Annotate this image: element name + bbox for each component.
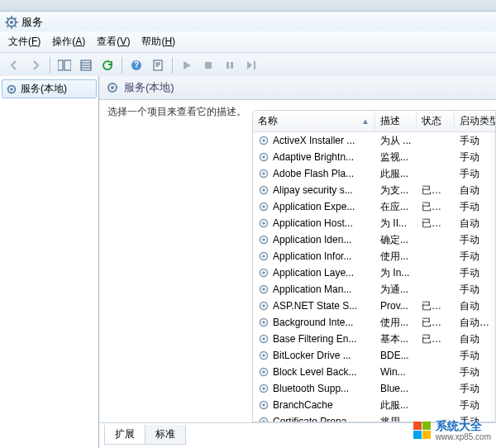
forward-button[interactable] (26, 56, 45, 74)
service-status (417, 255, 455, 257)
refresh-button[interactable] (98, 56, 117, 74)
gear-icon (106, 81, 119, 94)
svg-point-49 (262, 403, 265, 407)
export-list-button[interactable] (77, 56, 95, 74)
service-startup: 手动 (455, 232, 495, 248)
service-row[interactable]: Bluetooth Supp...Blue...手动 (253, 380, 495, 397)
service-startup: 自动 (455, 216, 495, 231)
service-row[interactable]: BitLocker Drive ...BDE...手动 (253, 347, 495, 364)
service-desc: 为 II... (375, 216, 417, 231)
gear-icon (258, 135, 269, 146)
service-desc: 在应... (375, 199, 417, 215)
tab-standard[interactable]: 标准 (145, 425, 186, 445)
service-name: Block Level Back... (273, 366, 356, 378)
tree-node-services-local[interactable]: 服务(本地) (2, 79, 97, 98)
service-row[interactable]: Adobe Flash Pla...此服...手动 (253, 165, 495, 182)
service-startup: 手动 (455, 381, 495, 397)
service-row[interactable]: Alipay security s...为支...已启动自动 (253, 182, 495, 198)
svg-point-21 (262, 172, 265, 175)
service-name: Application Man... (273, 284, 351, 295)
column-header-description[interactable]: 描述 (375, 111, 417, 131)
service-desc: 使用... (375, 315, 417, 331)
svg-point-27 (262, 222, 265, 225)
service-status: 已启动 (417, 216, 455, 231)
tab-extended[interactable]: 扩展 (104, 425, 145, 445)
menu-action[interactable]: 操作(A) (47, 33, 90, 50)
service-row[interactable]: Application Laye...为 In...手动 (253, 265, 495, 281)
svg-text:?: ? (134, 60, 139, 69)
tree-node-label: 服务(本地) (21, 82, 67, 96)
service-startup: 手动 (455, 166, 495, 182)
service-desc: 为通... (375, 282, 417, 298)
service-desc: 为 In... (375, 265, 417, 281)
service-row[interactable]: Application Man...为通...手动 (253, 281, 495, 298)
service-startup: 手动 (455, 199, 495, 215)
service-desc: 监视... (375, 150, 417, 165)
gear-icon (258, 234, 269, 245)
service-startup: 手动 (455, 414, 495, 422)
gear-icon (258, 284, 269, 295)
gear-icon (258, 399, 269, 411)
service-row[interactable]: Base Filtering En...基本...已启动自动 (253, 331, 495, 347)
start-service-button[interactable] (178, 56, 196, 74)
service-status: 已启动 (417, 315, 455, 331)
service-row[interactable]: Certificate Propa...将用...手动 (253, 413, 495, 422)
service-row[interactable]: BranchCache此服...手动 (253, 397, 495, 413)
service-row[interactable]: ASP.NET State S...Prov...已启动自动 (253, 298, 495, 314)
svg-point-39 (262, 321, 265, 324)
service-startup: 手动 (455, 133, 495, 149)
show-hide-tree-button[interactable] (55, 56, 74, 74)
service-desc: 使用... (375, 249, 417, 265)
service-startup: 手动 (455, 365, 495, 380)
menu-help[interactable]: 帮助(H) (136, 33, 180, 50)
toolbar-separator (122, 57, 122, 74)
service-name: Alipay security s... (273, 184, 353, 196)
service-row[interactable]: ActiveX Installer ...为从 ...手动 (253, 132, 495, 149)
service-status (417, 404, 455, 406)
service-name: BitLocker Drive ... (273, 350, 351, 361)
services-list[interactable]: 名称▲ 描述 状态 启动类型 ActiveX Installer ...为从 .… (252, 110, 496, 422)
column-header-name[interactable]: 名称▲ (253, 111, 375, 131)
service-row[interactable]: Block Level Back...Win...手动 (253, 364, 495, 380)
menu-view[interactable]: 查看(V) (92, 33, 135, 50)
service-row[interactable]: Application Host...为 II...已启动自动 (253, 215, 495, 231)
gear-icon (258, 151, 269, 163)
service-status (417, 288, 455, 290)
service-status (417, 239, 455, 241)
svg-rect-2 (58, 60, 63, 70)
menu-file[interactable]: 文件(F) (3, 33, 45, 50)
service-status: 已启动 (417, 183, 455, 198)
help-button[interactable]: ? (127, 56, 145, 74)
service-startup: 手动 (455, 398, 495, 413)
properties-button[interactable] (149, 56, 167, 74)
service-startup: 手动 (455, 249, 495, 265)
service-status (417, 371, 455, 373)
service-row[interactable]: Application Infor...使用...手动 (253, 248, 495, 265)
back-button[interactable] (5, 56, 23, 74)
service-row[interactable]: Adaptive Brightn...监视...手动 (253, 149, 495, 165)
service-desc: Blue... (375, 382, 417, 395)
pause-service-button[interactable] (221, 56, 239, 74)
svg-point-47 (262, 387, 265, 390)
service-status: 已启动 (417, 199, 455, 215)
restart-service-button[interactable] (242, 56, 260, 74)
service-status (417, 421, 455, 422)
column-header-status[interactable]: 状态 (417, 111, 455, 131)
service-desc: BDE... (375, 349, 417, 362)
gear-icon (258, 250, 269, 262)
gear-icon (258, 201, 269, 212)
service-name: Certificate Propa... (273, 416, 355, 422)
column-header-startup[interactable]: 启动类型 (455, 111, 495, 131)
svg-point-31 (262, 255, 265, 258)
service-row[interactable]: Application Expe...在应...已启动手动 (253, 198, 495, 215)
console-tree[interactable]: 服务(本地) (0, 76, 99, 448)
service-desc: 基本... (375, 331, 417, 347)
toolbar-separator (50, 57, 50, 74)
service-row[interactable]: Background Inte...使用...已启动自动(延迟 (253, 314, 495, 331)
service-status (417, 355, 455, 356)
stop-service-button[interactable] (199, 56, 217, 74)
svg-rect-10 (231, 62, 233, 69)
gear-icon (258, 416, 269, 422)
service-row[interactable]: Application Iden...确定...手动 (253, 231, 495, 248)
service-name: BranchCache (273, 399, 333, 411)
